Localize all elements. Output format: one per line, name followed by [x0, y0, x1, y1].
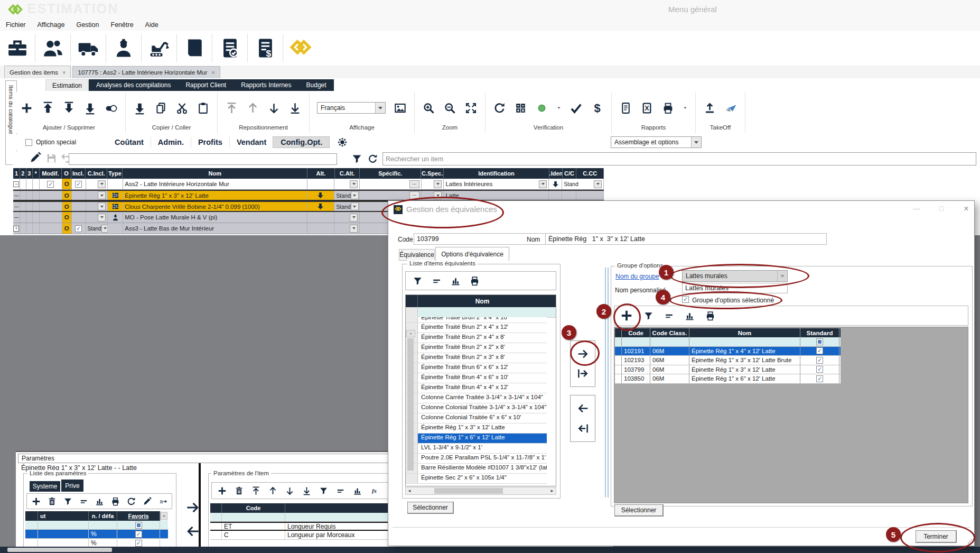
options-table-row[interactable]: 10385006MÉpinette Rég 1" x 6" x 12' Latt…: [615, 374, 841, 384]
grid-col-C.Alt.[interactable]: C.Alt.: [335, 168, 360, 179]
options-table-row[interactable]: 10219106MÉpinette Rég 1" x 4" x 12' Latt…: [615, 347, 841, 356]
options-table-row[interactable]: 10379906MÉpinette Rég 1" x 3" x 12' Latt…: [615, 365, 841, 375]
incl-cell[interactable]: ✓: [72, 179, 86, 189]
chevron-down-icon[interactable]: [375, 103, 385, 113]
equiv-item[interactable]: Poutre 2.0E Parallam PSL 5-1/4" x 11-7/8…: [406, 454, 547, 464]
aupbar-icon[interactable]: [225, 102, 238, 115]
funnel-icon[interactable]: [319, 486, 329, 496]
zoomout-icon[interactable]: [443, 102, 456, 115]
scroll-left-icon[interactable]: ◄: [406, 489, 413, 493]
equiv-item[interactable]: Épinette Traité Brun 6" x 6" x 12': [406, 363, 547, 373]
equiv-item[interactable]: Épinette Traité Brun 2" x 2" x 8': [406, 343, 547, 353]
modif-cell[interactable]: ✓: [40, 179, 62, 189]
grid-col-Spécific.[interactable]: Spécific.: [360, 168, 421, 179]
chevron-down-icon[interactable]: [98, 191, 106, 199]
equiv-item[interactable]: Colonne Carrée Traitée 3-1/4" x 3-1/4" x…: [406, 393, 547, 403]
scroll-down-icon[interactable]: ˅: [406, 330, 415, 337]
nom-field[interactable]: [545, 233, 827, 245]
zoomin-icon[interactable]: [422, 102, 435, 115]
grid-col-C.Ident.[interactable]: C.Ident.: [549, 168, 563, 179]
funnel-icon[interactable]: [643, 310, 654, 321]
language-select[interactable]: Français: [317, 102, 386, 114]
grid-col-1[interactable]: 1: [13, 168, 20, 179]
refresh-icon[interactable]: [367, 153, 378, 164]
chart-icon[interactable]: [95, 496, 105, 506]
grid-row[interactable]: −✓O✓Ass2 - Latte Intérieure Horizontale …: [13, 179, 604, 190]
equiv-item[interactable]: Épinette Rég 1" x 3" x 12' Latte: [406, 423, 547, 434]
move-all-right-icon[interactable]: [576, 367, 590, 380]
equiv-item[interactable]: Colonne Colonial Traitée 6" x 6" x 10': [406, 413, 547, 423]
gear-icon[interactable]: [337, 136, 348, 148]
docdol-icon[interactable]: $: [248, 34, 283, 62]
assembly-select[interactable]: Assemblage et options: [611, 136, 702, 148]
row-selector[interactable]: [406, 474, 418, 483]
fx-icon[interactable]: fx: [369, 486, 379, 496]
chevron-down-icon[interactable]: [350, 180, 358, 188]
calt-cell[interactable]: [334, 179, 360, 189]
equiv-item[interactable]: Colonne Colonial Traitée 3-1/4" x 3-1/4"…: [406, 403, 547, 413]
tree-toggle[interactable]: ─: [13, 191, 20, 200]
calc-icon[interactable]: [514, 102, 527, 115]
cincl-cell[interactable]: Stand: [86, 223, 108, 234]
nom-cell[interactable]: MO - Pose Latte Murale H & V (pi): [123, 212, 307, 223]
view-coutant[interactable]: Coûtant: [108, 137, 151, 148]
brand-icon[interactable]: [283, 34, 318, 62]
equiv-item[interactable]: Épinette Traité Brun 2" x 4" x 12': [406, 323, 547, 333]
grid-col-3[interactable]: 3: [26, 168, 33, 179]
equiv-item[interactable]: Épinette Sec 2" x 6" x 105x 1/4": [406, 474, 547, 484]
move-left-icon[interactable]: [576, 402, 590, 415]
favoris-cell[interactable]: ✓: [117, 530, 160, 538]
adnbar-icon[interactable]: [288, 102, 302, 115]
worker-icon[interactable]: [106, 34, 141, 62]
identification-cell[interactable]: Lattes Intérieures: [444, 179, 549, 189]
selectionner-button-left[interactable]: Sélectionner: [407, 502, 454, 514]
incl-cell[interactable]: [72, 212, 86, 223]
option-special-checkbox[interactable]: [25, 139, 32, 146]
arrdn_barb-icon[interactable]: [133, 102, 146, 115]
calt-cell[interactable]: Stand: [334, 202, 360, 211]
maximize-button[interactable]: □: [933, 204, 950, 215]
refresh-icon[interactable]: [493, 102, 506, 115]
plane-icon[interactable]: [724, 102, 738, 115]
chevron-down-icon[interactable]: [434, 180, 442, 188]
chevron-down-icon[interactable]: [98, 180, 106, 188]
arrup_bar-icon[interactable]: [41, 102, 54, 115]
row-selector[interactable]: [406, 317, 418, 322]
chevron-down-icon[interactable]: [350, 214, 358, 222]
save-icon[interactable]: [45, 152, 58, 164]
tree-toggle[interactable]: ─: [13, 202, 20, 211]
standard-cell[interactable]: ✓: [800, 347, 839, 356]
grid-col-Incl.[interactable]: Incl.: [71, 168, 86, 179]
cincl-cell[interactable]: [86, 202, 108, 211]
equiv-item[interactable]: Épinette Traité Brun 4" x 6" x 10': [406, 373, 547, 383]
trash-icon[interactable]: [234, 486, 244, 496]
grid-col-C.Spec.[interactable]: C.Spec.: [421, 168, 444, 179]
chart-icon[interactable]: [450, 275, 461, 287]
standard-cell[interactable]: ✓: [800, 374, 839, 383]
row-selector[interactable]: [615, 356, 622, 365]
view-admin[interactable]: Admin.: [151, 137, 191, 148]
equiv-item[interactable]: Épinette Traité Brun 4" x 4" x 12': [406, 383, 547, 393]
row-selector[interactable]: [615, 365, 622, 374]
modif-cell[interactable]: [40, 191, 62, 200]
aup-icon[interactable]: [246, 102, 259, 115]
tab-prive[interactable]: Prive: [61, 480, 83, 492]
takeoff-icon[interactable]: [703, 102, 716, 115]
arrdn_barb-icon[interactable]: [83, 102, 97, 115]
truck-icon[interactable]: [71, 34, 106, 62]
image-icon[interactable]: [394, 102, 407, 115]
dash2-icon[interactable]: [664, 310, 675, 321]
grid-col-Type[interactable]: Type: [107, 168, 123, 179]
vscroll-thumb[interactable]: [407, 338, 414, 471]
paste-icon[interactable]: [197, 102, 210, 115]
nom-du-groupe-link[interactable]: Nom du groupe: [615, 273, 659, 280]
tree-toggle[interactable]: ─: [13, 212, 20, 223]
nom-cell[interactable]: Ass3 - Latte Bas de Mur Intérieur: [123, 223, 307, 234]
standard-filter-checkbox[interactable]: [816, 338, 823, 345]
item-edit-input[interactable]: [69, 153, 337, 165]
row-selector[interactable]: [615, 347, 622, 356]
aup-icon[interactable]: [268, 486, 278, 496]
horizontal-scrollbar[interactable]: [0, 547, 980, 553]
tree-toggle[interactable]: +: [13, 223, 20, 234]
nom-cell[interactable]: Ass2 - Latte Intérieure Horizontale Mur: [123, 179, 307, 189]
